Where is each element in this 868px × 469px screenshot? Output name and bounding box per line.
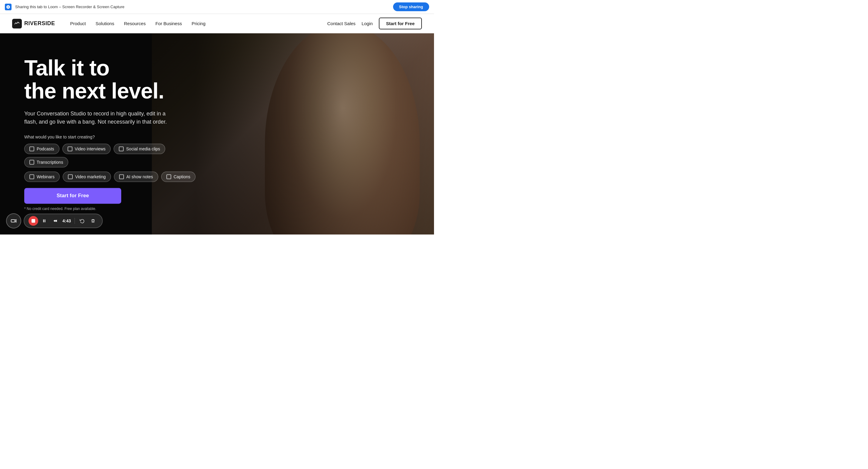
- camera-toggle-button[interactable]: [6, 213, 21, 228]
- hero-section: Talk it to the next level. Your Conversa…: [0, 33, 434, 234]
- svg-rect-0: [11, 220, 15, 222]
- checkbox-box-webinars: [29, 175, 34, 179]
- loom-icon: [5, 4, 11, 10]
- pause-button[interactable]: [39, 216, 49, 226]
- hero-content: Talk it to the next level. Your Conversa…: [24, 57, 206, 211]
- checkbox-box-podcasts: [29, 147, 34, 152]
- checkbox-box-transcriptions: [29, 160, 34, 165]
- checkbox-video-marketing[interactable]: Video marketing: [63, 172, 111, 182]
- checkbox-webinars[interactable]: Webinars: [24, 172, 60, 182]
- recording-time: 4:43: [61, 218, 72, 223]
- record-stop-button[interactable]: [29, 216, 38, 226]
- share-bar: Sharing this tab to Loom – Screen Record…: [0, 0, 434, 14]
- rewind-button[interactable]: [50, 216, 60, 226]
- hero-cta-button[interactable]: Start for Free: [24, 188, 121, 204]
- control-bar: 4:43: [24, 214, 103, 228]
- checkboxes-row-2: Webinars Video marketing AI show notes C…: [24, 172, 206, 182]
- checkboxes-row-1: Podcasts Video interviews Social media c…: [24, 144, 206, 167]
- logo[interactable]: RIVERSIDE: [12, 19, 55, 29]
- start-free-nav-button[interactable]: Start for Free: [379, 18, 422, 29]
- checkbox-box-ai-show-notes: [119, 175, 124, 179]
- logo-icon: [12, 19, 22, 29]
- checkbox-box-captions: [166, 175, 171, 179]
- no-credit-card-note: * No credit card needed. Free plan avail…: [24, 207, 206, 211]
- record-stop-icon: [32, 219, 35, 223]
- controls-divider: [74, 218, 75, 224]
- stop-sharing-button[interactable]: Stop sharing: [393, 2, 429, 11]
- navbar: RIVERSIDE Product Solutions Resources Fo…: [0, 14, 434, 33]
- nav-right: Contact Sales Login Start for Free: [327, 18, 422, 29]
- logo-text: RIVERSIDE: [24, 20, 55, 27]
- nav-links: Product Solutions Resources For Business…: [66, 19, 327, 29]
- nav-item-for-business[interactable]: For Business: [151, 19, 186, 29]
- hero-subtitle: Your Conversation Studio to record in hi…: [24, 110, 176, 126]
- checkbox-box-video-marketing: [68, 175, 73, 179]
- share-bar-text: Sharing this tab to Loom – Screen Record…: [15, 4, 390, 9]
- svg-rect-2: [44, 219, 45, 222]
- nav-item-product[interactable]: Product: [66, 19, 90, 29]
- delete-button[interactable]: [88, 216, 98, 226]
- nav-item-solutions[interactable]: Solutions: [91, 19, 119, 29]
- checkbox-captions[interactable]: Captions: [161, 172, 195, 182]
- restart-button[interactable]: [77, 216, 87, 226]
- checkbox-ai-show-notes[interactable]: AI show notes: [114, 172, 158, 182]
- checkbox-social-media-clips[interactable]: Social media clips: [114, 144, 165, 154]
- contact-sales-link[interactable]: Contact Sales: [327, 21, 355, 26]
- nav-item-pricing[interactable]: Pricing: [187, 19, 210, 29]
- checkbox-box-video-interviews: [68, 147, 72, 152]
- svg-rect-1: [43, 219, 44, 222]
- checkbox-video-interviews[interactable]: Video interviews: [62, 144, 111, 154]
- recording-controls: 4:43: [6, 213, 103, 228]
- creating-label: What would you like to start creating?: [24, 135, 206, 140]
- nav-item-resources[interactable]: Resources: [120, 19, 150, 29]
- checkbox-transcriptions[interactable]: Transcriptions: [24, 157, 68, 167]
- checkbox-box-social-media-clips: [119, 147, 124, 152]
- hero-title: Talk it to the next level.: [24, 57, 206, 102]
- login-link[interactable]: Login: [362, 21, 373, 26]
- checkbox-podcasts[interactable]: Podcasts: [24, 144, 59, 154]
